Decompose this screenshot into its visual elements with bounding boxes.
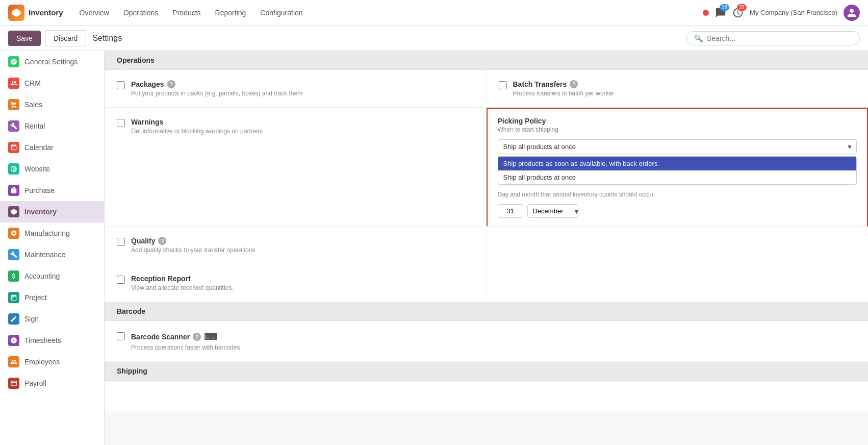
annual-day-input[interactable] [498, 204, 523, 218]
batch-transfers-setting: Batch Transfers ? Process transfers in b… [487, 70, 869, 108]
batch-transfers-title: Batch Transfers [513, 80, 567, 88]
project-icon [8, 292, 19, 303]
company-name[interactable]: My Company (San Francisco) [750, 9, 837, 16]
picking-policy-box: Picking Policy When to start shipping Sh… [487, 108, 869, 227]
user-avatar[interactable] [844, 5, 860, 21]
sidebar-label-rental: Rental [24, 122, 45, 130]
quality-setting: Quality ? Add quality checks to your tra… [105, 227, 487, 264]
picking-policy-title: Picking Policy [498, 117, 857, 125]
sidebar-item-inventory[interactable]: Inventory [0, 201, 104, 222]
sign-icon [8, 313, 19, 325]
sidebar-item-maintenance[interactable]: Maintenance [0, 244, 104, 265]
sidebar-item-timesheets[interactable]: Timesheets [0, 330, 104, 351]
sidebar-item-crm[interactable]: CRM [0, 72, 104, 94]
sidebar-item-sign[interactable]: Sign [0, 308, 104, 330]
barcode-section-header: Barcode [105, 302, 868, 321]
sales-icon [8, 99, 19, 110]
sidebar-item-general-settings[interactable]: General Settings [0, 51, 104, 72]
nav-reporting[interactable]: Reporting [209, 6, 252, 20]
sidebar-label-manufacturing: Manufacturing [24, 229, 70, 237]
messages-btn[interactable]: 18 [715, 7, 726, 18]
nav-configuration[interactable]: Configuration [254, 6, 309, 20]
manufacturing-icon [8, 228, 19, 239]
sidebar-item-accounting[interactable]: Accounting [0, 265, 104, 287]
reception-right-col [487, 264, 869, 302]
sidebar-item-website[interactable]: Website [0, 158, 104, 180]
picking-policy-select[interactable]: Ship all products at once Ship products … [498, 139, 857, 154]
sidebar-label-accounting: Accounting [24, 272, 60, 280]
sidebar-label-maintenance: Maintenance [24, 251, 65, 259]
top-nav-right: 18 37 My Company (San Francisco) [703, 5, 860, 21]
packages-desc: Put your products in packs (e.g. parcels… [131, 90, 302, 97]
reception-report-title: Reception Report [131, 275, 191, 283]
nav-overview[interactable]: Overview [73, 6, 115, 20]
accounting-icon [8, 270, 19, 282]
nav-products[interactable]: Products [166, 6, 207, 20]
barcode-scanner-desc: Process operations faster with barcodes [131, 344, 240, 351]
clock-btn[interactable]: 37 [732, 7, 744, 18]
status-dot [703, 10, 709, 16]
dropdown-option-backorder[interactable]: Ship products as soon as available, with… [498, 157, 857, 170]
timesheets-icon [8, 335, 19, 346]
sidebar-label-general-settings: General Settings [24, 58, 78, 66]
barcode-scanner-setting: Barcode Scanner ? ⌨ Process operations f… [105, 321, 868, 362]
annual-inventory-desc: Day and month that annual inventory coun… [498, 191, 857, 198]
sidebar-item-payroll[interactable]: Payroll [0, 373, 104, 394]
packages-text: Packages ? Put your products in packs (e… [131, 80, 302, 97]
svg-marker-0 [12, 8, 21, 17]
barcode-scanner-title: Barcode Scanner ? ⌨ [131, 331, 240, 342]
keyboard-icon[interactable]: ⌨ [204, 331, 217, 342]
sidebar-item-employees[interactable]: Employees [0, 351, 104, 373]
batch-transfers-help-icon[interactable]: ? [570, 80, 578, 88]
sidebar-label-crm: CRM [24, 79, 41, 87]
reception-report-checkbox[interactable] [117, 276, 125, 284]
picking-policy-desc: When to start shipping [498, 126, 857, 133]
packages-setting: Packages ? Put your products in packs (e… [105, 70, 487, 108]
sidebar-item-calendar[interactable]: Calendar [0, 137, 104, 158]
quality-checkbox[interactable] [117, 238, 125, 246]
discard-button[interactable]: Discard [45, 30, 86, 46]
employees-icon [8, 356, 19, 367]
purchase-icon [8, 185, 19, 196]
packages-title: Packages [131, 80, 164, 88]
warnings-checkbox[interactable] [117, 119, 125, 127]
app-logo[interactable]: Inventory [8, 5, 63, 21]
sidebar-item-project[interactable]: Project [0, 287, 104, 308]
content-area: Operations Packages ? Put your products … [105, 51, 868, 445]
sidebar-label-sign: Sign [24, 315, 39, 323]
barcode-scanner-checkbox[interactable] [117, 332, 125, 340]
packages-help-icon[interactable]: ? [167, 80, 175, 88]
picking-policy-dropdown: Ship products as soon as available, with… [498, 156, 857, 185]
shipping-section-header: Shipping [105, 362, 868, 381]
packages-checkbox[interactable] [117, 81, 125, 89]
website-icon [8, 163, 19, 175]
quality-desc: Add quality checks to your transfer oper… [131, 246, 255, 254]
maintenance-icon [8, 249, 19, 260]
sidebar-label-project: Project [24, 293, 47, 302]
annual-month-select[interactable]: December January February March April Ma… [527, 204, 578, 218]
payroll-icon [8, 378, 19, 389]
sidebar-label-employees: Employees [24, 358, 60, 366]
operations-section-header: Operations [105, 51, 868, 70]
warnings-desc: Get informative or blocking warnings on … [131, 128, 263, 135]
picking-policy-select-wrapper: Ship all products at once Ship products … [498, 139, 857, 154]
save-button[interactable]: Save [8, 31, 41, 46]
top-nav-menu: Overview Operations Products Reporting C… [73, 6, 309, 20]
annual-inventory: Day and month that annual inventory coun… [498, 191, 857, 218]
sidebar-item-sales[interactable]: Sales [0, 94, 104, 115]
quality-right-col [487, 227, 869, 264]
search-input[interactable] [707, 34, 852, 42]
dropdown-option-all-at-once[interactable]: Ship all products at once [498, 170, 857, 184]
red-dot-btn[interactable] [703, 10, 709, 16]
quality-help-icon[interactable]: ? [158, 237, 166, 245]
top-nav: Inventory Overview Operations Products R… [0, 0, 868, 26]
batch-transfers-checkbox[interactable] [499, 81, 507, 89]
nav-operations[interactable]: Operations [117, 6, 164, 20]
sidebar: General Settings CRM Sales Rental Calend… [0, 51, 105, 445]
logo-icon [8, 5, 24, 21]
reception-report-desc: View and allocate received quantities. [131, 284, 234, 291]
sidebar-item-purchase[interactable]: Purchase [0, 180, 104, 201]
sidebar-item-manufacturing[interactable]: Manufacturing [0, 222, 104, 244]
barcode-scanner-help-icon[interactable]: ? [193, 333, 201, 341]
sidebar-item-rental[interactable]: Rental [0, 115, 104, 137]
